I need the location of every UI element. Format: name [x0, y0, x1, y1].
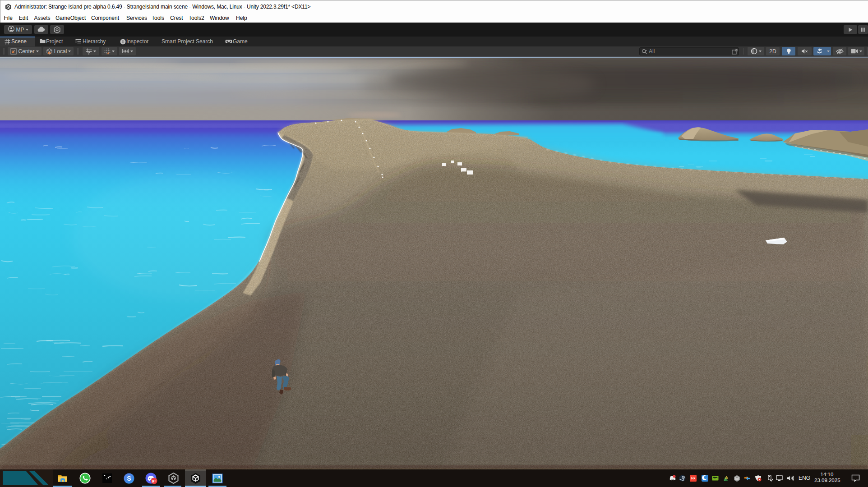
svg-text:S: S: [127, 475, 131, 482]
svg-text:!: !: [726, 476, 727, 479]
svg-text:9+: 9+: [152, 479, 157, 483]
